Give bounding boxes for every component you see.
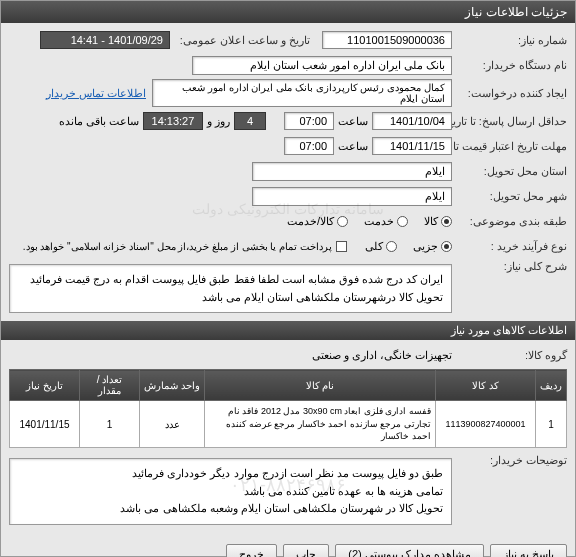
- deadline-label: حداقل ارسال پاسخ: تا تاریخ:: [452, 115, 567, 127]
- radio-service[interactable]: [397, 216, 408, 227]
- window-title: جزئیات اطلاعات نیاز: [1, 1, 575, 23]
- validity-label: مهلت تاریخ اعتبار قیمت تا تاریخ:: [452, 140, 567, 152]
- city-field: ایلام: [252, 187, 452, 206]
- cell-date: 1401/11/15: [10, 401, 80, 448]
- exit-button[interactable]: خروج: [226, 544, 277, 557]
- cell-unit: عدد: [140, 401, 205, 448]
- treasury-note: پرداخت تمام یا بخشی از مبلغ خرید،از محل …: [23, 241, 332, 252]
- buyer-contact-link[interactable]: اطلاعات تماس خریدار: [46, 87, 146, 100]
- treasury-checkbox[interactable]: [336, 241, 347, 252]
- requester-label: ایجاد کننده درخواست:: [452, 87, 567, 100]
- radio-goods[interactable]: [441, 216, 452, 227]
- buyer-note-label: توضیحات خریدار:: [452, 454, 567, 467]
- cell-code: 1113900827400001: [436, 401, 536, 448]
- radio-goods-label: کالا: [424, 215, 438, 228]
- need-number-label: شماره نیاز:: [452, 34, 567, 47]
- radio-partial[interactable]: [441, 241, 452, 252]
- goods-group-label: گروه کالا:: [452, 349, 567, 362]
- announce-datetime: 1401/09/29 - 14:41: [40, 31, 170, 49]
- need-desc-label: شرح کلی نیاز:: [452, 260, 567, 273]
- buyer-org-label: نام دستگاه خریدار:: [452, 59, 567, 72]
- time-label-1: ساعت: [338, 115, 368, 128]
- print-button[interactable]: چاپ: [283, 544, 329, 557]
- radio-both-label: کالا/خدمت: [287, 215, 334, 228]
- col-index: ردیف: [536, 370, 567, 401]
- items-table: ردیف کد کالا نام کالا واحد شمارش تعداد /…: [9, 369, 567, 448]
- validity-time: 07:00: [284, 137, 334, 155]
- radio-total[interactable]: [386, 241, 397, 252]
- days-suffix: روز و: [207, 115, 230, 128]
- province-field: ایلام: [252, 162, 452, 181]
- deadline-date: 1401/10/04: [372, 112, 452, 130]
- cell-qty: 1: [80, 401, 140, 448]
- deadline-time: 07:00: [284, 112, 334, 130]
- radio-service-label: خدمت: [364, 215, 394, 228]
- col-code: کد کالا: [436, 370, 536, 401]
- timer-countdown: 14:13:27: [143, 112, 203, 130]
- buy-type-radio-group: جزیی کلی: [365, 240, 452, 253]
- col-qty: تعداد / مقدار: [80, 370, 140, 401]
- city-label: شهر محل تحویل:: [452, 190, 567, 203]
- reply-button[interactable]: پاسخ به نیاز: [490, 544, 567, 557]
- buyer-note-box: طبق دو فایل پیوست مد نظر است ازدرج موارد…: [9, 458, 452, 525]
- buy-type-label: نوع فرآیند خرید :: [452, 240, 567, 253]
- col-date: تاریخ نیاز: [10, 370, 80, 401]
- goods-group-value: تجهیزات خانگی، اداری و صنعتی: [312, 349, 452, 362]
- view-attachments-button[interactable]: مشاهده مدارک پیوستی (2): [335, 544, 484, 557]
- radio-both[interactable]: [337, 216, 348, 227]
- validity-date: 1401/11/15: [372, 137, 452, 155]
- table-row[interactable]: 1 1113900827400001 قفسه اداری فلزی ابعاد…: [10, 401, 567, 448]
- buyer-org-field: بانک ملی ایران اداره امور شعب استان ایلا…: [192, 56, 452, 75]
- requester-field: کمال محمودی رئیس کارپردازی بانک ملی ایرا…: [152, 79, 452, 107]
- radio-total-label: کلی: [365, 240, 383, 253]
- days-remaining: 4: [234, 112, 266, 130]
- timer-suffix: ساعت باقی مانده: [59, 115, 139, 128]
- time-label-2: ساعت: [338, 140, 368, 153]
- announce-label: تاریخ و ساعت اعلان عمومی:: [170, 34, 310, 47]
- radio-partial-label: جزیی: [413, 240, 438, 253]
- category-radio-group: کالا خدمت کالا/خدمت: [287, 215, 452, 228]
- cell-index: 1: [536, 401, 567, 448]
- section-goods-title: اطلاعات کالاهای مورد نیاز: [1, 321, 575, 340]
- need-desc-box: ایران کد درج شده فوق مشابه است لطفا فقط …: [9, 264, 452, 313]
- col-name: نام کالا: [205, 370, 436, 401]
- cell-name: قفسه اداری فلزی ابعاد 30x90 cm مدل 2012 …: [205, 401, 436, 448]
- category-label: طبقه بندی موضوعی:: [452, 215, 567, 228]
- col-unit: واحد شمارش: [140, 370, 205, 401]
- need-number-field: 1101001509000036: [322, 31, 452, 49]
- province-label: استان محل تحویل:: [452, 165, 567, 178]
